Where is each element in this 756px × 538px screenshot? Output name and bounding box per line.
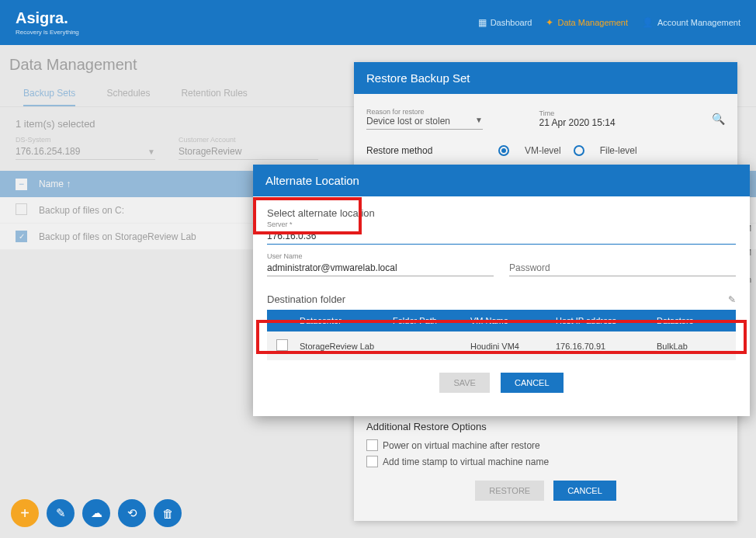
destination-folder-title: Destination folder (267, 293, 345, 305)
filter-cust-value: StorageReview (179, 146, 241, 157)
filter-ds-label: DS-System (16, 136, 155, 144)
row-host-ip: 176.16.70.91 (556, 342, 657, 351)
brand-block: Asigra. Recovery is Everything (16, 9, 79, 36)
filter-cust-label: Customer Account (179, 136, 318, 144)
filter-ds-system[interactable]: DS-System 176.16.254.189 ▼ (16, 136, 155, 160)
backup-fab[interactable]: ☁ (82, 499, 110, 527)
tab-schedules[interactable]: Schedules (106, 82, 150, 106)
edit-icon[interactable]: ✎ (728, 294, 736, 305)
th-vm-name: VM Name (470, 316, 556, 325)
time-label: Time (539, 109, 656, 117)
password-input[interactable] (509, 260, 736, 276)
nav-dashboard-label: Dashboard (491, 18, 532, 27)
header-nav: ▦ Dashboard ✦ Data Management 👤 Account … (478, 17, 740, 28)
tab-backup-sets[interactable]: Backup Sets (23, 82, 75, 106)
cancel-button[interactable]: CANCEL (501, 373, 564, 393)
tab-retention-rules[interactable]: Retention Rules (181, 82, 247, 106)
brand-logo: Asigra. (16, 9, 79, 27)
server-label: Server * (267, 220, 736, 228)
method-label: Restore method (366, 145, 498, 156)
nav-account-management[interactable]: 👤 Account Management (642, 17, 740, 28)
opt-power-label: Power on virtual machine after restore (383, 440, 540, 451)
modal-title: Alternate Location (253, 165, 750, 196)
opt-power-checkbox[interactable] (366, 439, 378, 451)
restore-fab[interactable]: ⟲ (118, 499, 146, 527)
reason-dropdown[interactable]: Device lost or stolen ▼ (366, 116, 483, 130)
search-icon[interactable]: 🔍 (712, 113, 725, 125)
filter-ds-value: 176.16.254.189 (16, 146, 80, 157)
radio-file-level[interactable] (574, 145, 584, 156)
row-checkbox[interactable]: ✓ (16, 231, 27, 242)
opt-timestamp-checkbox[interactable] (366, 456, 378, 467)
delete-fab[interactable]: 🗑 (154, 499, 182, 527)
th-folder-path: Folder Path (393, 316, 470, 325)
reason-value: Device lost or stolen (366, 116, 450, 127)
th-host-ip: Host IP address (556, 316, 657, 325)
nav-data-management[interactable]: ✦ Data Management (546, 17, 628, 28)
select-all-checkbox[interactable]: − (16, 179, 27, 190)
destination-table-header: Datacenter Folder Path VM Name Host IP a… (267, 310, 736, 331)
server-input[interactable] (267, 228, 736, 245)
destination-row[interactable]: StorageReview Lab Houdini VM4 176.16.70.… (267, 331, 736, 360)
radio-vm-label: VM-level (525, 145, 561, 156)
row-vm-name: Houdini VM4 (470, 342, 556, 351)
nav-data-mgmt-label: Data Management (557, 18, 628, 27)
restore-button[interactable]: RESTORE (475, 481, 544, 501)
radio-vm-level[interactable] (498, 145, 509, 156)
data-mgmt-icon: ✦ (546, 17, 553, 28)
destination-row-checkbox[interactable] (276, 339, 288, 351)
alternate-location-modal: Alternate Location Select alternate loca… (253, 165, 750, 416)
account-icon: 👤 (642, 17, 654, 28)
reason-label: Reason for restore (366, 108, 483, 116)
select-alternate-location-title: Select alternate location (267, 207, 736, 219)
chevron-down-icon: ▼ (475, 116, 483, 127)
row-checkbox[interactable] (16, 203, 27, 215)
th-datacenter: Datacenter (300, 316, 393, 325)
app-header: Asigra. Recovery is Everything ▦ Dashboa… (0, 0, 756, 45)
restore-cancel-button[interactable]: CANCEL (553, 481, 616, 501)
additional-options-title: Additional Restore Options (366, 421, 725, 432)
row-datastore: BulkLab (657, 342, 727, 351)
th-datastore: Datastore (657, 316, 727, 325)
fab-bar: + ✎ ☁ ⟲ 🗑 (11, 499, 182, 527)
add-button[interactable]: + (11, 499, 39, 527)
restore-panel-title: Restore Backup Set (354, 62, 737, 94)
edit-fab[interactable]: ✎ (47, 499, 75, 527)
save-button[interactable]: SAVE (439, 373, 490, 393)
nav-dashboard[interactable]: ▦ Dashboard (478, 17, 532, 28)
dashboard-icon: ▦ (478, 17, 487, 28)
row-datacenter: StorageReview Lab (300, 342, 393, 351)
username-input[interactable] (267, 260, 494, 276)
nav-account-label: Account Management (657, 18, 740, 27)
brand-tagline: Recovery is Everything (16, 29, 79, 36)
radio-file-label: File-level (600, 145, 637, 156)
time-value: 21 Apr 2020 15:14 (539, 117, 713, 128)
opt-timestamp-label: Add time stamp to virtual machine name (383, 456, 549, 467)
filter-customer-account[interactable]: Customer Account StorageReview (179, 136, 318, 160)
chevron-down-icon: ▼ (147, 148, 155, 156)
username-label: User Name (267, 252, 494, 260)
